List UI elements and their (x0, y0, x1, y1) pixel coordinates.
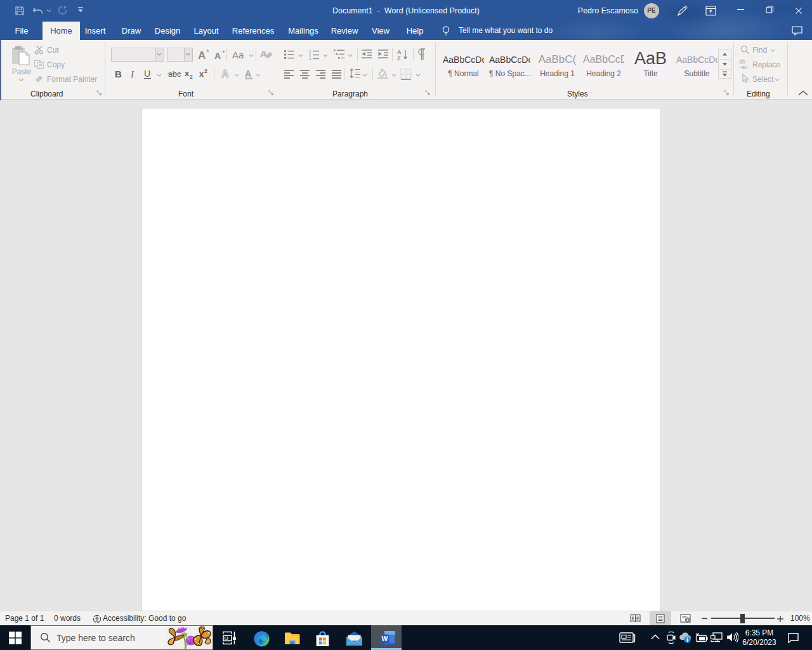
svg-text:B: B (115, 69, 122, 79)
svg-text:2: 2 (204, 68, 207, 74)
svg-text:x: x (185, 69, 190, 78)
svg-text:W: W (382, 635, 388, 642)
svg-text:A: A (198, 50, 206, 61)
svg-text:A: A (397, 49, 402, 55)
svg-text:3: 3 (309, 57, 311, 61)
svg-text:A: A (260, 48, 267, 59)
svg-text:A: A (221, 69, 229, 79)
svg-text:x: x (199, 69, 204, 79)
svg-text:Z: Z (397, 55, 401, 61)
svg-text:ac: ac (742, 64, 748, 70)
svg-text:Aa: Aa (232, 50, 244, 60)
svg-text:U: U (144, 69, 150, 79)
svg-text:2: 2 (190, 74, 193, 79)
svg-text:A: A (214, 51, 221, 61)
svg-text:A: A (245, 69, 251, 79)
svg-text:I: I (130, 69, 134, 79)
